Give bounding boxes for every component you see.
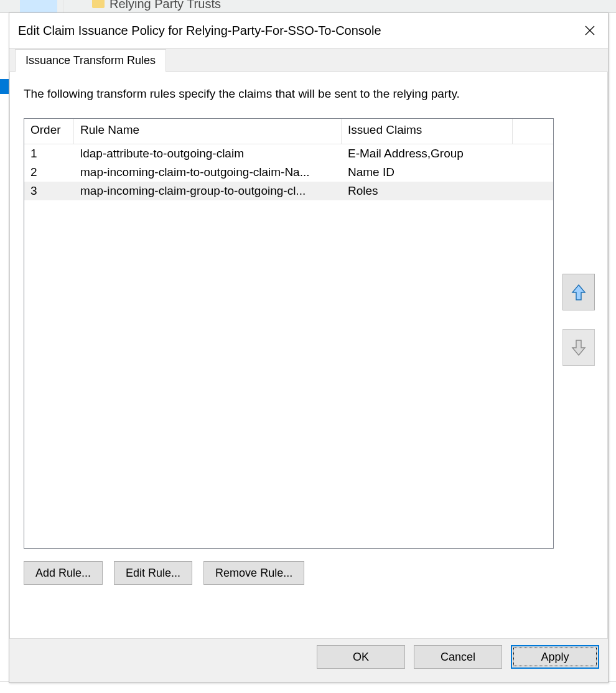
- dialog-footer: OK Cancel Apply: [9, 639, 608, 675]
- add-rule-button[interactable]: Add Rule...: [24, 561, 103, 585]
- background-tree-item: Relying Party Trusts: [110, 0, 221, 11]
- tab-label: Issuance Transform Rules: [26, 54, 156, 67]
- tabstrip: Issuance Transform Rules: [9, 49, 608, 72]
- listview-header: Order Rule Name Issued Claims: [24, 119, 553, 144]
- arrow-up-icon: [571, 284, 586, 301]
- cell-issued-claims: Roles: [342, 184, 513, 198]
- column-issued-claims[interactable]: Issued Claims: [342, 119, 513, 144]
- close-button[interactable]: [572, 13, 608, 48]
- dialog-title: Edit Claim Issuance Policy for Relying-P…: [18, 24, 572, 38]
- titlebar: Edit Claim Issuance Policy for Relying-P…: [9, 13, 608, 48]
- ok-button[interactable]: OK: [317, 645, 405, 669]
- cell-order: 1: [24, 147, 74, 160]
- cell-issued-claims: Name ID: [342, 165, 513, 179]
- cell-order: 3: [24, 184, 74, 198]
- cell-order: 2: [24, 165, 74, 179]
- move-down-button: [562, 329, 595, 366]
- move-up-button[interactable]: [562, 274, 595, 310]
- edit-rule-button[interactable]: Edit Rule...: [114, 561, 192, 585]
- table-row[interactable]: 2map-incoming-claim-to-outgoing-claim-Na…: [24, 163, 553, 182]
- edit-claim-issuance-dialog: Edit Claim Issuance Policy for Relying-P…: [9, 12, 609, 683]
- table-row[interactable]: 3map-incoming-claim-group-to-outgoing-cl…: [24, 182, 553, 200]
- rules-listview[interactable]: Order Rule Name Issued Claims 1ldap-attr…: [24, 118, 554, 549]
- arrow-down-icon: [571, 339, 586, 356]
- cell-issued-claims: E-Mail Address,Group: [342, 147, 513, 160]
- tabpage-issuance-transform-rules: The following transform rules specify th…: [9, 72, 608, 639]
- cell-rule-name: map-incoming-claim-to-outgoing-claim-Na.…: [74, 165, 342, 179]
- remove-rule-button[interactable]: Remove Rule...: [203, 561, 304, 585]
- tab-description: The following transform rules specify th…: [24, 87, 594, 101]
- tab-issuance-transform-rules[interactable]: Issuance Transform Rules: [15, 49, 166, 72]
- cell-rule-name: ldap-attribute-to-outgoing-claim: [74, 147, 342, 160]
- column-spacer: [513, 119, 553, 144]
- table-row[interactable]: 1ldap-attribute-to-outgoing-claimE-Mail …: [24, 144, 553, 163]
- apply-button[interactable]: Apply: [511, 645, 599, 669]
- cell-rule-name: map-incoming-claim-group-to-outgoing-cl.…: [74, 184, 342, 198]
- column-order[interactable]: Order: [24, 119, 74, 144]
- close-icon: [585, 26, 595, 35]
- column-rule-name[interactable]: Rule Name: [74, 119, 342, 144]
- cancel-button[interactable]: Cancel: [414, 645, 502, 669]
